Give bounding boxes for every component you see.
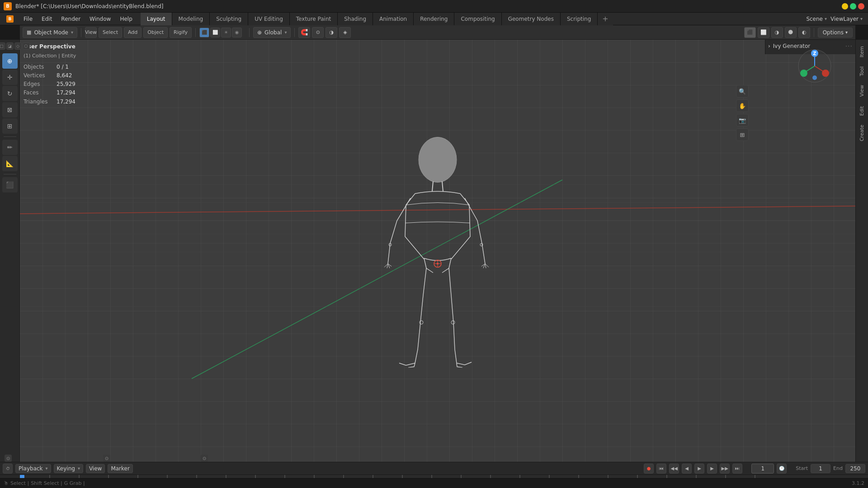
next-keyframe-btn[interactable]: ▶▶ — [720, 464, 730, 474]
menu-render[interactable]: Render — [57, 14, 85, 23]
viewport-shading-4[interactable]: 🌑 — [785, 27, 797, 38]
annotate-tool[interactable]: ✏ — [2, 140, 18, 155]
proportional-edit[interactable]: ⊙ — [312, 27, 324, 38]
start-frame-input[interactable]: 1 — [811, 464, 830, 473]
tab-texture-paint[interactable]: Texture Paint — [290, 13, 338, 25]
maximize-button[interactable] — [850, 3, 856, 9]
prev-frame-btn[interactable]: ◀ — [682, 464, 692, 474]
left-toolbar: ■ □ ◪ ◇ ⬡ ⊕ ✛ ↻ ⊠ ⊞ ✏ 📐 ⬛ — [0, 40, 20, 474]
add-cube-tool[interactable]: ⬛ — [2, 177, 18, 192]
jump-to-start-btn[interactable]: ⏮ — [656, 464, 666, 474]
menu-edit[interactable]: Edit — [37, 14, 57, 23]
window-controls[interactable] — [842, 3, 864, 9]
viewlayer-selector[interactable]: ViewLayer ▾ — [830, 16, 863, 22]
add-menu-btn[interactable]: Add — [124, 27, 142, 38]
viewport-shading-3[interactable]: ◑ — [771, 27, 783, 38]
move-tool[interactable]: ✛ — [2, 70, 18, 85]
solid-mode[interactable]: ⬛ — [199, 28, 209, 38]
tab-scripting[interactable]: Scripting — [561, 13, 598, 25]
camera-btn[interactable]: 📷 — [736, 114, 749, 127]
overlay-toggle[interactable]: ◑ — [326, 27, 337, 38]
tool-mode-5[interactable]: ⬡ — [23, 42, 30, 50]
tab-compositing[interactable]: Compositing — [454, 13, 501, 25]
ivy-dots[interactable]: ··· — [845, 42, 853, 50]
tool-mode-4[interactable]: ◇ — [14, 42, 22, 50]
next-frame-btn[interactable]: ▶ — [707, 464, 717, 474]
tab-uv-editing[interactable]: UV Editing — [248, 13, 290, 25]
ivy-arrow: › — [768, 43, 770, 49]
snap-toggle[interactable]: 🧲 — [298, 27, 310, 38]
zoom-hand-btn[interactable]: ✋ — [736, 99, 749, 112]
menu-window[interactable]: Window — [85, 14, 115, 23]
play-btn[interactable]: ▶ — [694, 464, 704, 474]
status-left: 🖱 Select | Shift Select | G Grab | — [4, 480, 85, 486]
svg-point-23 — [451, 321, 455, 324]
tab-modeling[interactable]: Modeling — [172, 13, 210, 25]
select-menu-btn[interactable]: Select — [99, 27, 122, 38]
xray-toggle[interactable]: ◈ — [339, 27, 351, 38]
separator-5 — [814, 28, 814, 37]
view-menu-btn[interactable]: View — [85, 27, 97, 38]
transform-tool[interactable]: ⊞ — [2, 118, 18, 134]
menu-help[interactable]: Help — [115, 14, 137, 23]
minimize-button[interactable] — [842, 3, 848, 9]
end-frame-input[interactable]: 250 — [845, 464, 865, 473]
object-mode-dropdown[interactable]: ▦ Object Mode ▾ — [23, 27, 77, 38]
current-frame-input[interactable]: 1 — [751, 464, 774, 474]
playback-dropdown[interactable]: Playback ▾ — [15, 464, 51, 473]
tab-rendering[interactable]: Rendering — [414, 13, 454, 25]
bottom-left-marker[interactable]: ⊙ — [5, 455, 12, 462]
transform-orientation[interactable]: ⊕ Global ▾ — [253, 27, 291, 38]
tab-animation[interactable]: Animation — [373, 13, 414, 25]
tab-layout[interactable]: Layout — [141, 13, 172, 25]
add-workspace-button[interactable]: + — [598, 13, 613, 25]
side-tab-create[interactable]: Create — [857, 122, 867, 144]
scene-selector[interactable]: Scene ▾ — [806, 16, 827, 22]
fps-display[interactable]: 🕐 — [777, 464, 787, 474]
viewport-shading-extra[interactable]: ◐ — [798, 27, 810, 38]
viewport-3d[interactable]: Z — [20, 40, 855, 462]
viewport-header: ▦ Object Mode ▾ View Select Add Object R… — [20, 25, 855, 40]
menu-blender[interactable]: B — [2, 14, 19, 24]
grid-btn[interactable]: ⊞ — [736, 128, 749, 141]
cursor-tool[interactable]: ⊕ — [2, 53, 18, 69]
rendered-mode[interactable]: ☀ — [221, 28, 231, 38]
object-menu-btn[interactable]: Object — [143, 27, 168, 38]
tool-mode-3[interactable]: ◪ — [6, 42, 14, 50]
side-tab-edit[interactable]: Edit — [857, 103, 867, 118]
tab-shading[interactable]: Shading — [338, 13, 373, 25]
side-tab-tool[interactable]: Tool — [857, 64, 867, 79]
bottom-mid-marker[interactable]: ⊙ — [103, 455, 110, 462]
timeline-icon[interactable]: ⏱ — [3, 464, 13, 474]
side-tab-item[interactable]: Item — [857, 43, 867, 60]
bottom-right-marker[interactable]: ⊙ — [201, 455, 208, 462]
measure-tool[interactable]: 📐 — [2, 156, 18, 171]
material-mode[interactable]: ◉ — [232, 28, 242, 38]
prev-keyframe-btn[interactable]: ◀◀ — [669, 464, 679, 474]
keying-dropdown[interactable]: Keying ▾ — [54, 464, 83, 473]
rigify-menu-btn[interactable]: Rigify — [170, 27, 192, 38]
menu-file[interactable]: File — [19, 14, 37, 23]
zoom-search-btn[interactable]: 🔍 — [736, 85, 749, 98]
options-button[interactable]: Options ▾ — [818, 28, 853, 38]
separator-3 — [249, 28, 250, 37]
viewport-shading-1[interactable]: ⬛ — [744, 27, 756, 38]
timeline-view-dropdown[interactable]: View — [86, 464, 105, 473]
svg-point-19 — [419, 137, 457, 183]
tab-sculpting[interactable]: Sculpting — [210, 13, 248, 25]
scale-tool[interactable]: ⊠ — [2, 102, 18, 117]
tab-geometry-nodes[interactable]: Geometry Nodes — [502, 13, 561, 25]
viewport-gizmo[interactable]: Z — [797, 48, 833, 84]
svg-text:Z: Z — [813, 51, 816, 56]
viewport-right-tools: 🔍 ✋ 📷 ⊞ — [736, 85, 749, 141]
close-button[interactable] — [858, 3, 864, 9]
window-title: Blender* [C:\Users\User\Downloads\entity… — [15, 3, 842, 9]
rotate-tool[interactable]: ↻ — [2, 86, 18, 101]
marker-dropdown[interactable]: Marker — [108, 464, 132, 473]
jump-to-end-btn[interactable]: ⏭ — [732, 464, 742, 474]
record-btn[interactable]: ● — [644, 464, 654, 474]
wireframe-mode[interactable]: ⬜ — [210, 28, 220, 38]
viewport-shading-2[interactable]: ⬜ — [758, 27, 769, 38]
tool-mode-2[interactable]: □ — [0, 42, 5, 50]
side-tab-view[interactable]: View — [857, 82, 867, 99]
